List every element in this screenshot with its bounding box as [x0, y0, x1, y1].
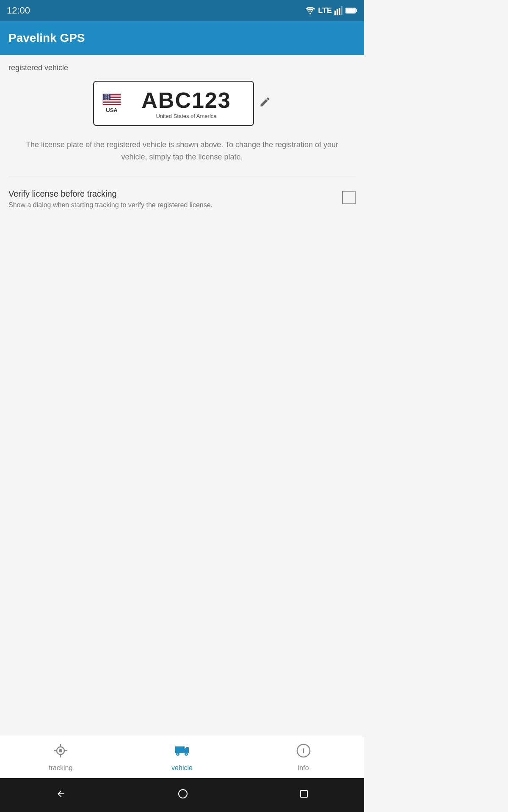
app-title: Pavelink GPS: [8, 31, 85, 45]
edit-plate-button[interactable]: [259, 96, 271, 111]
description-text: The license plate of the registered vehi…: [8, 139, 356, 176]
license-plate[interactable]: ★★★★★★★★★ USA ABC123 United States of Am…: [93, 81, 254, 126]
status-icons: LTE: [305, 6, 357, 15]
svg-rect-2: [337, 9, 338, 15]
svg-rect-19: [185, 749, 189, 753]
svg-rect-6: [356, 9, 357, 12]
plate-text-area: ABC123 United States of America: [128, 88, 245, 119]
svg-rect-1: [334, 11, 336, 15]
country-code: USA: [106, 107, 117, 113]
svg-rect-18: [175, 746, 185, 753]
info-icon: i: [296, 743, 311, 762]
section-label: registered vehicle: [8, 63, 356, 72]
plate-country: United States of America: [156, 113, 216, 119]
lte-label: LTE: [318, 6, 332, 15]
svg-rect-7: [346, 8, 355, 13]
main-content: registered vehicle: [0, 55, 364, 222]
svg-point-22: [179, 790, 187, 798]
plate-number: ABC123: [141, 88, 231, 113]
signal-icon: [334, 6, 343, 15]
plate-area: ★★★★★★★★★ USA ABC123 United States of Am…: [8, 81, 356, 126]
verify-checkbox[interactable]: [342, 191, 356, 204]
vehicle-icon: [174, 743, 190, 762]
nav-item-info[interactable]: i info: [243, 743, 364, 772]
flag-container: ★★★★★★★★★ USA: [102, 93, 121, 113]
verify-subtitle: Show a dialog when starting tracking to …: [8, 201, 334, 209]
back-button[interactable]: [56, 789, 66, 801]
svg-point-17: [186, 753, 187, 754]
svg-rect-3: [339, 8, 340, 15]
recents-button[interactable]: [300, 790, 308, 801]
bottom-nav: tracking vehicle i: [0, 736, 364, 778]
divider: [8, 176, 356, 176]
nav-label-vehicle: vehicle: [171, 764, 193, 772]
nav-label-info: info: [298, 764, 309, 772]
battery-icon: [345, 7, 357, 14]
tracking-icon: [53, 743, 68, 762]
svg-point-16: [177, 753, 179, 754]
us-flag: ★★★★★★★★★: [102, 93, 121, 105]
svg-point-0: [309, 13, 311, 14]
status-time: 12:00: [7, 5, 30, 16]
status-bar: 12:00 LTE: [0, 0, 364, 21]
svg-rect-4: [341, 6, 342, 15]
home-button[interactable]: [178, 789, 188, 801]
wifi-icon: [305, 6, 315, 15]
system-nav: [0, 778, 364, 812]
verify-title: Verify license before tracking: [8, 189, 334, 199]
app-bar: Pavelink GPS: [0, 21, 364, 55]
svg-point-9: [59, 749, 62, 752]
nav-item-tracking[interactable]: tracking: [0, 743, 121, 772]
verify-section: Verify license before tracking Show a di…: [8, 185, 356, 213]
verify-text: Verify license before tracking Show a di…: [8, 189, 334, 209]
nav-item-vehicle[interactable]: vehicle: [121, 743, 243, 772]
svg-rect-23: [301, 790, 307, 797]
nav-label-tracking: tracking: [49, 764, 72, 772]
svg-text:i: i: [302, 746, 304, 755]
